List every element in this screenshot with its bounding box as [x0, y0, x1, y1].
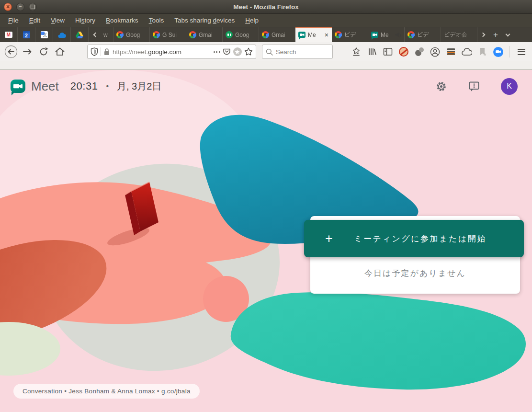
meet-brand: Meet	[31, 79, 59, 94]
search-bar[interactable]	[262, 45, 333, 59]
tab-scroll-left-button[interactable]	[89, 27, 101, 42]
browser-tab[interactable]: ビデ	[405, 27, 441, 42]
menu-bookmarks[interactable]: Bookmarks	[101, 15, 144, 26]
pinned-tab-calendar[interactable]: 2	[18, 27, 35, 42]
cloud-button[interactable]	[460, 45, 474, 59]
url-text[interactable]: https://meet.google.com	[113, 48, 211, 56]
disabled-bookmark-button[interactable]	[475, 45, 489, 59]
library-button[interactable]	[365, 45, 379, 59]
google-favicon	[262, 31, 269, 38]
google-favicon	[153, 31, 160, 38]
browser-tab[interactable]: Me	[368, 27, 405, 42]
flag-star-icon	[478, 47, 487, 57]
back-icon	[4, 45, 18, 58]
meet-favicon	[371, 32, 378, 38]
tab-audio-icon[interactable]	[395, 32, 401, 37]
bookmark-star-icon[interactable]	[244, 47, 253, 56]
menu-view[interactable]: View	[45, 15, 70, 26]
zoom-button[interactable]	[491, 45, 505, 59]
tab-bar: M 2 文 w Goog G Sui Gmai	[0, 27, 532, 42]
tab-title: Me	[308, 32, 322, 38]
bookmarks-toolbar	[0, 61, 532, 70]
chevron-down-icon	[506, 32, 510, 36]
pocket-icon[interactable]	[223, 48, 231, 56]
browser-tab[interactable]: Goog	[223, 27, 259, 42]
adblocker-button[interactable]	[396, 45, 410, 59]
tracking-shield-icon[interactable]	[91, 47, 98, 56]
bookmark-tray-button[interactable]	[349, 45, 363, 59]
hamburger-icon	[518, 49, 525, 55]
join-button-label: ミーティングに参加または開始	[354, 233, 487, 244]
forward-icon	[22, 46, 33, 57]
page-actions-button[interactable]	[214, 51, 220, 53]
back-button[interactable]	[4, 45, 18, 59]
pinned-tab-drive[interactable]	[71, 27, 89, 42]
home-icon	[55, 46, 65, 57]
tab-close-button[interactable]: ×	[324, 31, 329, 39]
feedback-icon[interactable]	[468, 80, 480, 92]
zoom-camera-icon	[493, 47, 503, 57]
url-scheme: https://meet.	[113, 48, 148, 56]
pinned-tab-gmail[interactable]: M	[0, 27, 18, 42]
tab-scroll-right-button[interactable]	[477, 27, 489, 42]
tab-title: w	[103, 32, 110, 38]
menu-button[interactable]	[514, 45, 528, 59]
search-input[interactable]	[276, 48, 324, 56]
reload-button[interactable]	[36, 45, 51, 59]
new-tab-button[interactable]: +	[489, 27, 502, 42]
artwork-credit-text: Conversation • Jess Bonham & Anna Lomax …	[23, 388, 191, 395]
account-avatar[interactable]: K	[501, 78, 518, 95]
tab-title: Me	[381, 32, 393, 38]
url-bar[interactable]: https://meet.google.com	[87, 45, 256, 59]
screenshot-badge-icon[interactable]	[233, 47, 242, 56]
tab-title: ビデ	[417, 31, 438, 39]
window-title: Meet - Mozilla Firefox	[0, 3, 532, 11]
browser-tab[interactable]: Goog	[113, 27, 150, 42]
browser-tab[interactable]: Gmai	[259, 27, 295, 42]
meet-logo-icon	[11, 80, 25, 93]
browser-tab[interactable]: w	[101, 27, 113, 42]
tab-list-dropdown-button[interactable]	[502, 27, 514, 42]
join-or-start-meeting-button[interactable]: + ミーティングに参加または開始	[304, 220, 524, 257]
menu-file[interactable]: File	[3, 15, 24, 26]
menu-help[interactable]: Help	[240, 15, 264, 26]
browser-tab[interactable]: Me ×	[295, 27, 332, 42]
urlbar-separator	[101, 47, 101, 56]
menu-tools[interactable]: Tools	[144, 15, 170, 26]
settings-gear-icon[interactable]	[435, 80, 447, 92]
chevron-right-icon	[480, 33, 485, 37]
account-button[interactable]	[428, 45, 442, 59]
library-icon	[367, 47, 377, 57]
tab-title: Goog	[235, 32, 256, 38]
chevron-left-icon	[93, 33, 98, 37]
translate-icon: 文	[41, 31, 48, 38]
meet-page: Meet 20:31 • 月, 3月2日 K 今日は予定があ	[0, 70, 532, 412]
tab-title: ビデオ会	[444, 31, 474, 39]
navigation-toolbar: https://meet.google.com	[0, 42, 532, 61]
proxy-button[interactable]	[444, 45, 458, 59]
menu-tabs-sharing-devices[interactable]: Tabs sharing devices	[169, 15, 240, 26]
ghostery-button[interactable]	[412, 45, 426, 59]
home-button[interactable]	[53, 45, 67, 59]
browser-tab[interactable]: ビデオ会	[441, 27, 477, 42]
drive-icon	[76, 32, 83, 38]
forward-button[interactable]	[20, 45, 34, 59]
browser-tab[interactable]: G Sui	[150, 27, 186, 42]
tab-title: Goog	[126, 32, 147, 38]
empty-schedule-text: 今日は予定がありません	[310, 268, 520, 279]
menu-bar: FileEditViewHistoryBookmarksToolsTabs sh…	[0, 14, 532, 27]
google-favicon	[116, 31, 124, 38]
menu-edit[interactable]: Edit	[24, 15, 45, 26]
browser-tab[interactable]: ビデ	[332, 27, 368, 42]
sidebar-button[interactable]	[381, 45, 395, 59]
adblocker-ban-icon	[399, 47, 408, 57]
tab-title: G Sui	[162, 32, 183, 38]
lock-icon[interactable]	[103, 48, 110, 56]
menu-history[interactable]: History	[70, 15, 101, 26]
pinned-tab-translate[interactable]: 文	[35, 27, 53, 42]
toolbar-extensions	[349, 45, 505, 59]
browser-tab[interactable]: Gmai	[186, 27, 223, 42]
pinned-tab-onedrive[interactable]	[53, 27, 71, 42]
url-host: google.com	[148, 48, 181, 56]
meet-favicon	[298, 32, 306, 38]
